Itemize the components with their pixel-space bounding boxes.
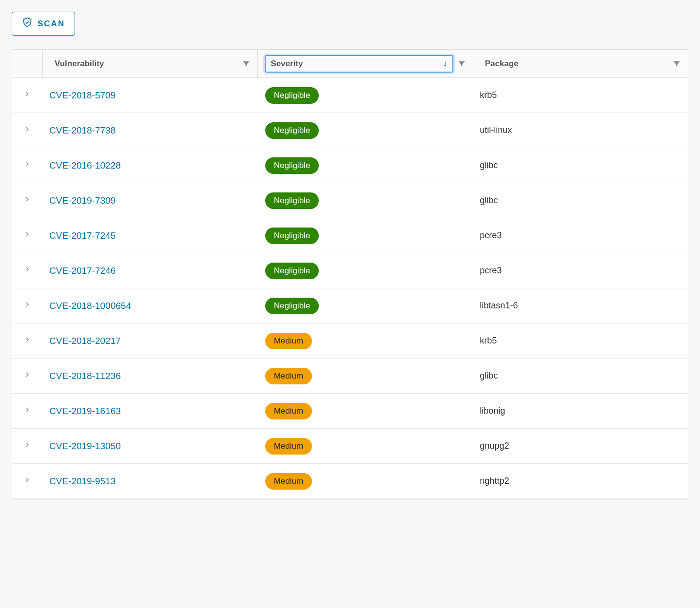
- column-header-vulnerability-label: Vulnerability: [55, 59, 233, 69]
- chevron-right-icon[interactable]: [23, 336, 31, 346]
- filter-icon[interactable]: [672, 59, 681, 68]
- severity-badge: Negligible: [265, 298, 319, 314]
- package-cell: glibc: [473, 364, 688, 388]
- expand-cell: [12, 294, 42, 318]
- chevron-right-icon[interactable]: [23, 90, 31, 100]
- severity-badge: Negligible: [265, 228, 319, 244]
- package-name: krb5: [480, 336, 497, 345]
- vulnerability-cell: CVE-2018-7738: [42, 118, 257, 143]
- vulnerability-cell: CVE-2016-10228: [42, 153, 257, 178]
- vulnerability-cell: CVE-2019-7309: [42, 189, 257, 213]
- cve-link[interactable]: CVE-2018-20217: [49, 336, 121, 346]
- package-name: libtasn1-6: [480, 301, 518, 310]
- table-row: CVE-2018-11236Mediumglibc: [12, 359, 688, 394]
- expand-cell: [12, 469, 42, 493]
- severity-cell: Medium: [257, 326, 473, 356]
- vulnerability-cell: CVE-2018-11236: [42, 364, 257, 388]
- column-header-package-label: Package: [485, 59, 663, 69]
- package-cell: gnupg2: [473, 434, 688, 458]
- filter-icon[interactable]: [457, 59, 466, 68]
- package-cell: glibc: [473, 153, 688, 177]
- chevron-right-icon[interactable]: [23, 476, 31, 486]
- column-header-severity[interactable]: Severity ↓: [257, 50, 472, 77]
- expand-cell: [12, 329, 42, 353]
- package-name: gnupg2: [480, 441, 509, 451]
- package-cell: krb5: [473, 329, 688, 353]
- severity-cell: Medium: [257, 396, 473, 426]
- package-name: krb5: [480, 90, 497, 100]
- cve-link[interactable]: CVE-2019-7309: [49, 195, 116, 206]
- vulnerability-cell: CVE-2017-7245: [42, 224, 257, 248]
- chevron-right-icon[interactable]: [23, 160, 31, 171]
- column-header-severity-label: Severity: [271, 59, 440, 69]
- table-header-row: Vulnerability Severity ↓ Package: [12, 50, 688, 78]
- table-row: CVE-2019-16163Mediumlibonig: [12, 394, 688, 429]
- severity-cell: Negligible: [257, 115, 473, 146]
- cve-link[interactable]: CVE-2018-1000654: [49, 301, 131, 311]
- shield-check-icon: [22, 17, 33, 30]
- vulnerability-cell: CVE-2018-5709: [42, 83, 257, 108]
- severity-cell: Negligible: [257, 80, 473, 111]
- cve-link[interactable]: CVE-2018-5709: [49, 90, 116, 100]
- cve-link[interactable]: CVE-2019-16163: [49, 406, 121, 416]
- scan-button-label: SCAN: [38, 19, 65, 29]
- table-row: CVE-2019-9513Mediumnghttp2: [12, 464, 688, 499]
- severity-cell: Medium: [257, 466, 473, 496]
- package-name: pcre3: [480, 266, 502, 275]
- expand-cell: [12, 83, 42, 107]
- table-body: CVE-2018-5709Negligiblekrb5CVE-2018-7738…: [12, 78, 688, 499]
- column-header-vulnerability[interactable]: Vulnerability: [42, 50, 257, 77]
- cve-link[interactable]: CVE-2018-11236: [49, 371, 121, 381]
- cve-link[interactable]: CVE-2016-10228: [49, 160, 121, 171]
- expand-cell: [12, 118, 42, 142]
- table-row: CVE-2018-5709Negligiblekrb5: [12, 78, 688, 113]
- severity-badge: Negligible: [265, 192, 319, 209]
- expand-cell: [12, 224, 42, 247]
- package-name: libonig: [480, 406, 505, 416]
- scan-button[interactable]: SCAN: [12, 12, 75, 36]
- expand-cell: [12, 399, 42, 423]
- package-name: glibc: [480, 160, 498, 170]
- severity-badge: Medium: [265, 473, 312, 490]
- severity-badge: Negligible: [265, 263, 319, 279]
- severity-cell: Negligible: [257, 256, 473, 286]
- package-cell: libonig: [473, 399, 688, 423]
- chevron-right-icon[interactable]: [23, 230, 31, 241]
- vulnerability-cell: CVE-2017-7246: [42, 259, 257, 283]
- cve-link[interactable]: CVE-2017-7245: [49, 230, 116, 241]
- package-name: glibc: [480, 195, 498, 205]
- severity-badge: Negligible: [265, 157, 319, 174]
- cve-link[interactable]: CVE-2019-9513: [49, 476, 116, 486]
- column-header-package[interactable]: Package: [473, 50, 688, 77]
- expand-cell: [12, 153, 42, 177]
- table-row: CVE-2018-1000654Negligiblelibtasn1-6: [12, 288, 688, 323]
- chevron-right-icon[interactable]: [23, 406, 31, 416]
- table-row: CVE-2018-7738Negligibleutil-linux: [12, 113, 688, 148]
- table-row: CVE-2018-20217Mediumkrb5: [12, 323, 688, 359]
- page-root: SCAN Vulnerability Severity ↓: [0, 0, 700, 511]
- package-name: nghttp2: [480, 476, 509, 486]
- cve-link[interactable]: CVE-2018-7738: [49, 125, 116, 135]
- expand-cell: [12, 364, 42, 388]
- chevron-right-icon[interactable]: [23, 125, 31, 135]
- cve-link[interactable]: CVE-2019-13050: [49, 441, 121, 451]
- table-row: CVE-2017-7246Negligiblepcre3: [12, 253, 688, 288]
- vulnerability-cell: CVE-2019-13050: [42, 434, 257, 458]
- chevron-right-icon[interactable]: [23, 266, 31, 276]
- severity-cell: Negligible: [257, 221, 473, 251]
- severity-cell: Medium: [257, 431, 473, 461]
- severity-cell: Negligible: [257, 151, 473, 181]
- severity-badge: Medium: [265, 403, 312, 419]
- severity-badge: Medium: [265, 438, 312, 455]
- cve-link[interactable]: CVE-2017-7246: [49, 266, 116, 276]
- chevron-right-icon[interactable]: [23, 441, 31, 451]
- expand-cell: [12, 434, 42, 458]
- filter-icon[interactable]: [242, 59, 251, 68]
- chevron-right-icon[interactable]: [23, 371, 31, 381]
- vulnerability-cell: CVE-2018-20217: [42, 329, 257, 353]
- package-cell: nghttp2: [473, 469, 688, 493]
- table-row: CVE-2019-7309Negligibleglibc: [12, 183, 688, 218]
- severity-cell: Negligible: [257, 186, 473, 216]
- chevron-right-icon[interactable]: [23, 301, 31, 311]
- chevron-right-icon[interactable]: [23, 195, 31, 206]
